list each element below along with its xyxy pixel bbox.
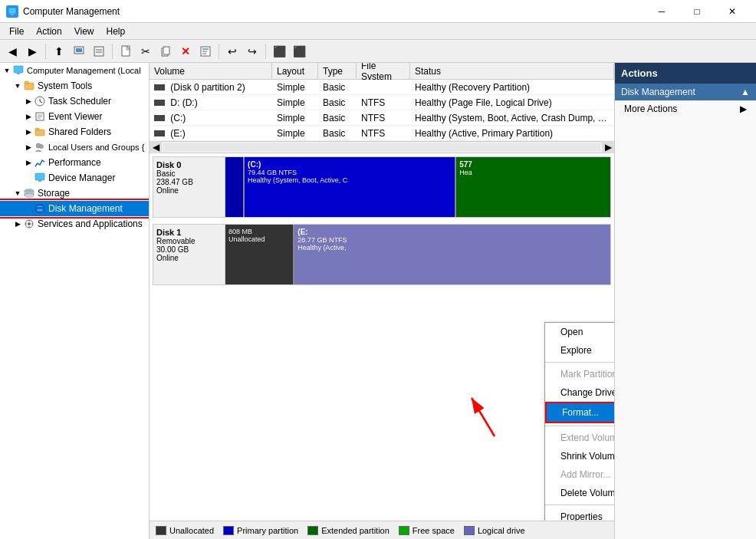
left-panel: ▼ Computer Management (Local ▼ System To… <box>0 63 150 539</box>
tree-item-local-users[interactable]: ▶ Local Users and Groups { <box>0 140 149 155</box>
legend-logical: Logical drive <box>464 526 525 535</box>
tree-item-storage[interactable]: ▼ Storage <box>0 186 149 201</box>
toolbar-new[interactable] <box>117 42 135 61</box>
tree-item-system-tools[interactable]: ▼ System Tools <box>0 78 149 94</box>
tree-label: System Tools <box>38 81 92 91</box>
svg-rect-17 <box>25 83 34 90</box>
toolbar-back[interactable]: ◀ <box>3 42 21 61</box>
tree-item-task-scheduler[interactable]: ▶ Task Scheduler <box>0 94 149 109</box>
toolbar-view2[interactable]: ⬛ <box>290 42 308 61</box>
svg-rect-31 <box>38 180 41 182</box>
svg-point-38 <box>37 209 43 212</box>
collapse-icon: ▲ <box>741 87 750 97</box>
tree-item-event-viewer[interactable]: ▶ Event Viewer <box>0 109 149 124</box>
toolbar-undo[interactable]: ↩ <box>223 42 242 61</box>
col-volume-header[interactable]: Volume <box>150 63 272 79</box>
tree-item-disk-management[interactable]: Disk Management <box>0 201 149 216</box>
toolbar: ◀ ▶ ⬆ ✂ ✕ ↩ ↪ ⬛ ⬛ <box>0 40 756 63</box>
table-row[interactable]: (C:) Simple Basic NTFS Healthy (System, … <box>150 110 614 126</box>
disk1-partitions: 808 MB Unallocated (E: 28.77 GB NTFS Hea… <box>225 224 611 285</box>
disk-mgmt-section-header[interactable]: Disk Management ▲ <box>615 84 756 100</box>
svg-rect-16 <box>17 73 20 74</box>
menu-action[interactable]: Action <box>30 25 67 38</box>
minimize-btn[interactable]: ─ <box>644 0 679 23</box>
table-row[interactable]: (Disk 0 partition 2) Simple Basic Health… <box>150 80 614 95</box>
svg-rect-15 <box>14 66 23 73</box>
ctx-extend-vol: Extend Volume... <box>545 429 614 447</box>
computer-mgmt-icon <box>12 64 25 77</box>
ctx-delete-vol[interactable]: Delete Volume... <box>545 484 614 502</box>
maximize-btn[interactable]: □ <box>679 0 715 23</box>
expand-arrow: ▼ <box>2 67 12 74</box>
svg-rect-3 <box>76 48 82 52</box>
toolbar-view1[interactable]: ⬛ <box>270 42 288 61</box>
svg-rect-1 <box>11 14 14 15</box>
disk-mgmt-section-label: Disk Management <box>621 87 695 97</box>
menu-view[interactable]: View <box>68 25 100 38</box>
window-title: Computer Management <box>23 6 120 17</box>
tree-label: Event Viewer <box>48 111 102 122</box>
toolbar-delete[interactable]: ✕ <box>176 42 195 61</box>
table-row[interactable]: D: (D:) Simple Basic NTFS Healthy (Page … <box>150 95 614 110</box>
toolbar-copy[interactable] <box>156 42 175 61</box>
table-row[interactable]: (E:) Simple Basic NTFS Healthy (Active, … <box>150 126 614 141</box>
svg-rect-27 <box>35 128 39 130</box>
toolbar-show-hide[interactable] <box>70 42 88 61</box>
svg-point-40 <box>28 222 31 225</box>
ctx-format[interactable]: Format... <box>545 402 614 423</box>
toolbar-cut[interactable]: ✂ <box>136 42 155 61</box>
toolbar-forward[interactable]: ▶ <box>23 42 41 61</box>
ctx-open[interactable]: Open <box>545 323 614 341</box>
svg-rect-4 <box>94 47 104 56</box>
legend-extended: Extended partition <box>307 526 390 535</box>
tree-label: Task Scheduler <box>48 96 111 107</box>
svg-line-46 <box>472 398 495 436</box>
h-scroll-table[interactable]: ◀ ▶ <box>150 141 614 153</box>
tree-label: Services and Applications <box>38 219 143 229</box>
ctx-explore[interactable]: Explore <box>545 341 614 360</box>
ctx-sep1 <box>545 362 614 363</box>
disk1-part2-e[interactable]: (E: 28.77 GB NTFS Healthy (Active, <box>294 225 610 284</box>
svg-rect-10 <box>163 47 169 54</box>
disk0-part2-c[interactable]: (C:) 79.44 GB NTFS Healthy (System, Boot… <box>245 157 456 217</box>
tree-label: Performance <box>48 157 101 168</box>
tree-item-performance[interactable]: ▶ Performance <box>0 155 149 170</box>
tree-label: Shared Folders <box>48 127 111 137</box>
ctx-sep3 <box>545 504 614 505</box>
menu-bar: File Action View Help <box>0 23 756 40</box>
context-menu: Open Explore Mark Partition as Active Ch… <box>544 322 614 521</box>
actions-title: Actions <box>615 63 756 84</box>
disk0-part1[interactable] <box>225 157 245 217</box>
ctx-add-mirror: Add Mirror... <box>545 465 614 484</box>
menu-file[interactable]: File <box>3 25 30 38</box>
legend-free-space: Free space <box>399 526 455 535</box>
ctx-mark-active: Mark Partition as Active <box>545 365 614 383</box>
more-actions-item[interactable]: More Actions ▶ <box>615 100 756 117</box>
toolbar-redo[interactable]: ↪ <box>243 42 261 61</box>
disk0-part3[interactable]: 577 Hea <box>456 157 610 217</box>
col-type-header[interactable]: Type <box>318 63 357 79</box>
svg-point-29 <box>40 145 44 149</box>
tree-item-services-apps[interactable]: ▶ Services and Applications <box>0 216 149 232</box>
disk0-label: Disk 0 Basic 238.47 GB Online <box>153 156 225 218</box>
tree-item-computer-mgmt[interactable]: ▼ Computer Management (Local <box>0 63 149 78</box>
table-body: (Disk 0 partition 2) Simple Basic Health… <box>150 80 614 141</box>
ctx-properties[interactable]: Properties <box>545 508 614 521</box>
ctx-shrink-vol[interactable]: Shrink Volume... <box>545 447 614 465</box>
col-status-header[interactable]: Status <box>410 63 614 79</box>
tree-item-device-manager[interactable]: Device Manager <box>0 170 149 186</box>
col-fs-header[interactable]: File System <box>357 63 410 79</box>
toolbar-properties2[interactable] <box>196 42 215 61</box>
svg-rect-0 <box>8 8 16 14</box>
svg-rect-18 <box>25 81 28 84</box>
toolbar-properties[interactable] <box>90 42 108 61</box>
disk0-partitions: (C:) 79.44 GB NTFS Healthy (System, Boot… <box>225 156 611 218</box>
disk1-part1-unalloc[interactable]: 808 MB Unallocated <box>225 225 294 284</box>
title-bar: Computer Management ─ □ ✕ <box>0 0 756 23</box>
col-layout-header[interactable]: Layout <box>272 63 318 79</box>
close-btn[interactable]: ✕ <box>715 0 750 23</box>
ctx-change-drive[interactable]: Change Drive Letter and Paths... <box>545 383 614 402</box>
menu-help[interactable]: Help <box>100 25 132 38</box>
tree-item-shared-folders[interactable]: ▶ Shared Folders <box>0 124 149 140</box>
toolbar-up[interactable]: ⬆ <box>50 42 68 61</box>
